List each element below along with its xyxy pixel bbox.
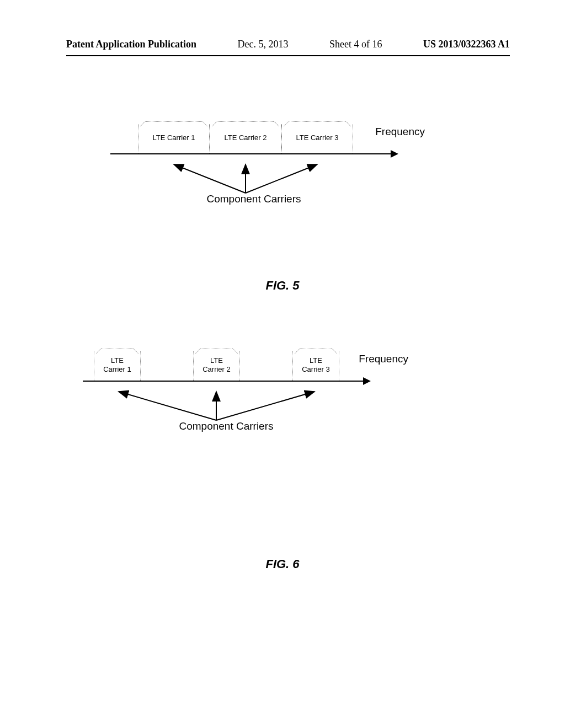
header-date: Dec. 5, 2013	[238, 39, 289, 50]
fig6-carrier-1-label: LTE Carrier 1	[94, 356, 140, 373]
figure-5: LTE Carrier 1 LTE Carrier 2 LTE Carrier …	[110, 115, 397, 205]
fig5-carrier-2-label: LTE Carrier 2	[210, 133, 281, 142]
svg-line-2	[246, 164, 317, 193]
svg-line-5	[216, 392, 315, 420]
header-sheet: Sheet 4 of 16	[329, 39, 382, 50]
fig5-carrier-3: LTE Carrier 3	[281, 121, 353, 153]
fig6-caption: FIG. 6	[0, 557, 565, 571]
fig5-carrier-row: LTE Carrier 1 LTE Carrier 2 LTE Carrier …	[110, 115, 397, 153]
svg-line-0	[174, 164, 246, 193]
fig5-caption: FIG. 5	[0, 279, 565, 293]
fig5-carrier-3-label: LTE Carrier 3	[282, 133, 353, 142]
fig6-carrier-3: LTE Carrier 3	[292, 349, 339, 381]
header-publication: Patent Application Publication	[66, 39, 196, 50]
fig6-carrier-3-label: LTE Carrier 3	[293, 356, 339, 373]
fig5-carrier-1-label: LTE Carrier 1	[138, 133, 209, 142]
fig5-frequency-label: Frequency	[375, 126, 425, 138]
fig5-carrier-1: LTE Carrier 1	[138, 121, 210, 153]
fig6-frequency-label: Frequency	[359, 353, 408, 365]
figure-6: LTE Carrier 1 LTE Carrier 2 LTE Carrier …	[83, 342, 370, 432]
fig6-carrier-2-label: LTE Carrier 2	[194, 356, 239, 373]
fig6-carrier-1: LTE Carrier 1	[94, 349, 141, 381]
header-docnum: US 2013/0322363 A1	[423, 39, 510, 50]
fig6-connectors	[83, 381, 370, 425]
header-rule	[66, 55, 510, 56]
page: Patent Application Publication Dec. 5, 2…	[0, 0, 565, 728]
fig5-connectors	[110, 153, 397, 197]
fig6-carrier-2: LTE Carrier 2	[193, 349, 240, 381]
page-header: Patent Application Publication Dec. 5, 2…	[66, 39, 510, 50]
fig6-carrier-row: LTE Carrier 1 LTE Carrier 2 LTE Carrier …	[83, 342, 370, 381]
svg-line-3	[119, 392, 216, 420]
fig5-carrier-2: LTE Carrier 2	[210, 121, 281, 153]
